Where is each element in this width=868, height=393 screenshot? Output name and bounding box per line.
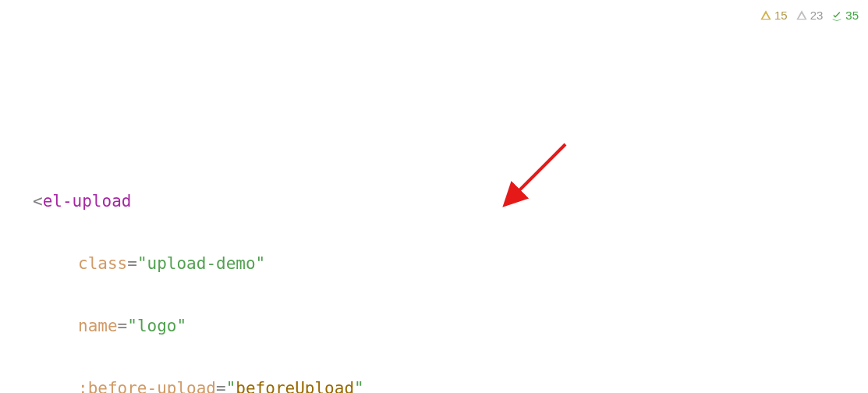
svg-rect-3 (801, 18, 802, 19)
inspection-badges: 15 23 35 (760, 5, 859, 27)
warning-count-1: 15 (774, 5, 788, 27)
ok-count: 35 (845, 5, 859, 27)
annotation-arrow (491, 136, 577, 222)
warning-icon (760, 9, 772, 22)
code-line: :before-upload="beforeUpload" (0, 374, 868, 393)
ok-badge: 35 (831, 5, 859, 27)
code-line: <el-upload (0, 186, 868, 218)
code-line: class="upload-demo" (0, 249, 868, 280)
check-icon (831, 9, 843, 22)
warning-badge-2: 23 (795, 5, 824, 27)
svg-rect-1 (765, 18, 766, 19)
code-block: 15 23 35 <el-upload class="upload-demo" … (0, 0, 868, 393)
code-line: name="logo" (0, 311, 868, 342)
warning-count-2: 23 (810, 5, 824, 27)
warning-badge-1: 15 (760, 5, 788, 27)
warning-icon (795, 9, 808, 22)
svg-line-4 (507, 144, 565, 203)
svg-rect-0 (765, 15, 766, 17)
svg-rect-2 (801, 15, 802, 17)
